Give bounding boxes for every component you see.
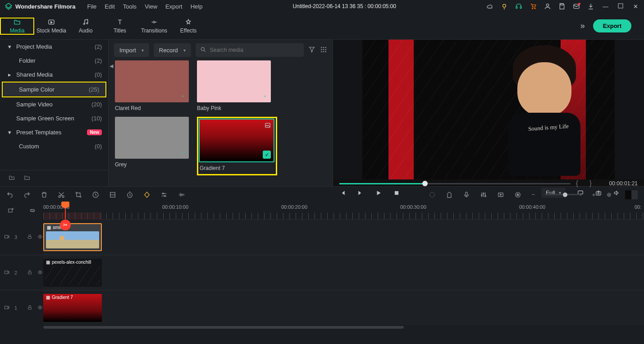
keyframe-icon[interactable] (143, 191, 151, 198)
undo-icon[interactable] (6, 191, 14, 198)
message-icon[interactable] (573, 3, 580, 10)
zoom-slider[interactable] (545, 194, 581, 195)
render-icon[interactable] (497, 191, 504, 198)
menu-help[interactable]: Help (191, 3, 203, 10)
record-icon[interactable] (514, 191, 521, 198)
marker-star-icon[interactable] (429, 191, 436, 198)
filter-icon[interactable] (308, 46, 315, 55)
nav-left-icon[interactable]: ◀ (110, 63, 113, 69)
folder-icon[interactable] (23, 174, 31, 182)
menu-file[interactable]: File (87, 3, 96, 10)
clip-gradient7[interactable]: ▦Gradient 7 (43, 294, 102, 322)
lock-icon[interactable] (27, 270, 32, 276)
step-back-icon[interactable] (339, 190, 346, 196)
clip-smile2[interactable]: ▦smile2 (43, 223, 102, 251)
headset-icon[interactable] (515, 3, 522, 10)
media-thumb-claret[interactable]: Claret Red (115, 60, 189, 111)
window-controls: — ✕ (603, 3, 639, 9)
scrub-track[interactable] (339, 183, 571, 184)
tab-stock-media[interactable]: Stock Media (34, 18, 69, 34)
mixer-icon[interactable] (480, 191, 487, 198)
tab-transitions[interactable]: Transitions (137, 18, 171, 34)
track-body[interactable]: ▦pexels-alex-conchill (43, 255, 644, 290)
media-thumb-baby-pink[interactable]: Baby Pink (197, 60, 271, 111)
search-input[interactable] (210, 47, 299, 53)
step-forward-icon[interactable] (357, 190, 364, 196)
scissors-icon[interactable]: ✂ (60, 220, 71, 230)
quality-dropdown[interactable]: Full▾ (541, 188, 566, 198)
chevron-right-icon: ▸ (8, 71, 14, 78)
sidebar-item-sample-video[interactable]: Sample Video(20) (0, 97, 108, 111)
lock-icon[interactable] (27, 234, 32, 240)
link-icon[interactable] (29, 207, 36, 215)
preview-canvas[interactable]: Sound is my Life (333, 40, 644, 179)
mic-icon[interactable] (463, 191, 470, 198)
sidebar-item-shared-media[interactable]: ▸Shared Media(0) (0, 68, 108, 82)
ruler[interactable]: 00:00:00:00 00:00:10:00 00:00:20:00 00:0… (43, 202, 644, 220)
duration-icon[interactable] (126, 191, 133, 198)
view-toggle[interactable] (625, 190, 638, 199)
delete-icon[interactable] (41, 191, 48, 198)
eye-icon[interactable] (37, 305, 43, 311)
media-thumb-grey[interactable]: Grey (115, 117, 189, 175)
scrub-handle[interactable] (422, 181, 428, 186)
mark-in-out-icon[interactable]: { } (576, 179, 596, 188)
redo-icon[interactable] (23, 191, 31, 198)
sidebar-item-sample-color[interactable]: Sample Color(25) (2, 82, 106, 97)
lock-icon[interactable] (27, 305, 32, 311)
play-icon[interactable] (375, 190, 382, 196)
crop-icon[interactable] (75, 191, 82, 198)
save-icon[interactable] (558, 3, 566, 10)
record-dropdown[interactable]: Record▾ (154, 43, 191, 57)
minimize-icon[interactable]: — (603, 3, 609, 9)
cut-icon[interactable] (58, 191, 65, 198)
sidebar-item-folder[interactable]: Folder(2) (0, 54, 108, 68)
sidebar-item-sample-green-screen[interactable]: Sample Green Screen(10) (0, 111, 108, 125)
maximize-icon[interactable] (618, 3, 624, 9)
media-thumb-gradient7[interactable]: ✓ Gradient 7 (200, 119, 274, 171)
menu-view[interactable]: View (145, 3, 157, 10)
more-tabs-icon[interactable]: » (580, 21, 585, 31)
timeline-scrollbar[interactable] (43, 325, 644, 330)
zoom-in-icon[interactable]: ＋ (591, 191, 597, 199)
import-dropdown[interactable]: Import▾ (114, 43, 149, 57)
add-track-icon[interactable] (7, 207, 14, 215)
tab-titles[interactable]: Titles (103, 18, 137, 34)
sidebar-item-project-media[interactable]: ▾Project Media(2) (0, 40, 108, 54)
zoom-handle[interactable] (563, 193, 567, 197)
playhead-cap[interactable] (61, 202, 69, 208)
track-body[interactable]: ▦Gradient 7 (43, 290, 644, 325)
grid-view-icon[interactable] (320, 46, 327, 55)
playhead[interactable]: ✂ (65, 202, 66, 219)
lightbulb-icon[interactable] (501, 3, 508, 10)
clip-pexels[interactable]: ▦pexels-alex-conchill (43, 259, 102, 287)
menu-edit[interactable]: Edit (105, 3, 114, 10)
track-body[interactable]: ▦smile2 (43, 220, 644, 255)
zoom-out-icon[interactable]: − (531, 191, 535, 198)
marker-icon[interactable] (446, 191, 453, 198)
menu-tools[interactable]: Tools (123, 3, 137, 10)
eye-icon[interactable] (37, 234, 43, 240)
eye-icon[interactable] (37, 270, 43, 276)
search-box[interactable] (196, 43, 304, 57)
adjust-icon[interactable] (160, 191, 168, 198)
sidebar-item-custom[interactable]: Custom(0) (0, 139, 108, 153)
zoom-fit-icon[interactable]: ⊕ (607, 191, 612, 198)
tab-effects[interactable]: Effects (171, 18, 206, 34)
new-folder-icon[interactable] (8, 174, 15, 182)
sidebar-item-preset-templates[interactable]: ▾Preset TemplatesNew (0, 125, 108, 139)
freeze-icon[interactable] (109, 191, 116, 198)
cart-icon[interactable] (530, 3, 537, 10)
stop-icon[interactable] (393, 190, 400, 196)
tab-audio[interactable]: Audio (69, 18, 103, 34)
user-icon[interactable] (544, 3, 551, 10)
cloud-icon[interactable] (486, 3, 493, 10)
menu-export[interactable]: Export (165, 3, 183, 10)
download-icon[interactable] (587, 3, 594, 10)
speed-icon[interactable] (92, 191, 99, 198)
audio-icon[interactable] (178, 191, 185, 198)
export-button[interactable]: Export (593, 19, 631, 32)
close-icon[interactable]: ✕ (633, 3, 639, 9)
volume-icon[interactable] (613, 190, 620, 196)
tab-media[interactable]: Media (0, 18, 34, 35)
